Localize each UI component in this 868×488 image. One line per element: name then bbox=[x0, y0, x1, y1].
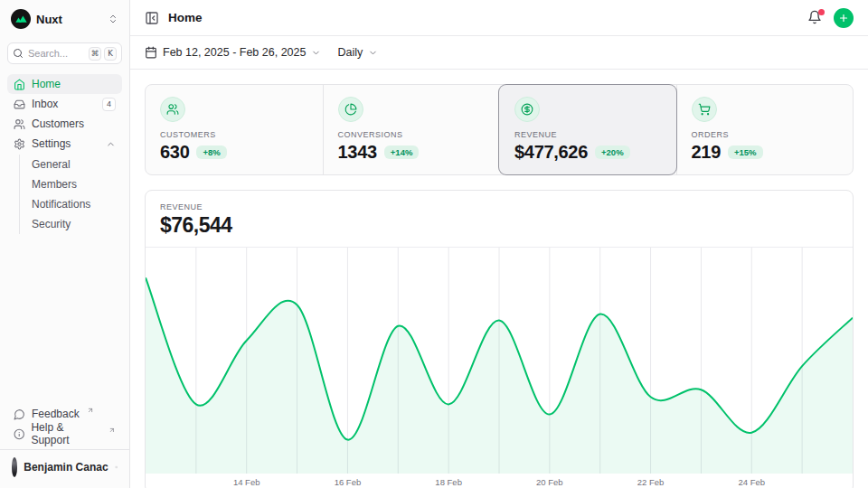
stat-icon-chip bbox=[692, 97, 717, 122]
stat-delta-badge: +20% bbox=[595, 145, 630, 159]
home-icon bbox=[14, 79, 25, 90]
interval-value: Daily bbox=[337, 46, 363, 59]
add-button[interactable] bbox=[834, 8, 854, 28]
search-icon bbox=[13, 48, 24, 59]
sidebar-item-notifications[interactable]: Notifications bbox=[29, 194, 122, 214]
sidebar-item-customers[interactable]: Customers bbox=[7, 114, 122, 134]
sidebar-item-home[interactable]: Home bbox=[7, 74, 122, 94]
filter-toolbar: Feb 12, 2025 - Feb 26, 2025 Daily bbox=[130, 36, 868, 70]
stat-delta-badge: +14% bbox=[384, 145, 420, 159]
sidebar-nav: Home Inbox 4 Customers Settings General … bbox=[7, 74, 122, 235]
stat-value: $477,626 bbox=[514, 142, 588, 163]
info-icon bbox=[14, 428, 24, 440]
workspace-switcher[interactable]: Nuxt bbox=[7, 7, 122, 31]
page-title: Home bbox=[168, 11, 203, 24]
sidebar-item-label: Customers bbox=[32, 117, 84, 130]
arrow-up-right-icon bbox=[87, 407, 94, 414]
help-support-link[interactable]: Help & Support bbox=[7, 424, 122, 444]
settings-sub-nav: General Members Notifications Security bbox=[19, 155, 122, 234]
stat-icon-chip bbox=[514, 97, 540, 122]
stat-card-revenue[interactable]: REVENUE $477,626 +20% bbox=[499, 85, 676, 174]
search-shortcut: ⌘ K bbox=[89, 47, 117, 61]
stat-label: CONVERSIONS bbox=[338, 130, 486, 139]
notifications-button[interactable] bbox=[807, 10, 823, 25]
notification-dot bbox=[818, 9, 825, 15]
sidebar-item-members[interactable]: Members bbox=[29, 174, 122, 194]
search-input-wrapper[interactable]: ⌘ K bbox=[7, 42, 122, 64]
stat-delta-badge: +15% bbox=[728, 145, 763, 159]
stat-card-conversions[interactable]: CONVERSIONS 1343 +14% bbox=[323, 85, 500, 174]
stat-label: ORDERS bbox=[692, 130, 839, 139]
stat-card-orders[interactable]: ORDERS 219 +15% bbox=[676, 85, 854, 174]
shopping-cart-icon bbox=[698, 103, 711, 116]
x-axis-tick: 18 Feb bbox=[435, 477, 462, 487]
stat-icon-chip bbox=[160, 97, 185, 122]
arrow-up-right-icon bbox=[108, 427, 116, 434]
stat-value: 219 bbox=[692, 142, 721, 163]
sidebar-item-security[interactable]: Security bbox=[29, 214, 122, 234]
sidebar-item-label: Settings bbox=[32, 137, 71, 150]
main-area: Home Feb 12, 2025 - Feb 26, 2025 Daily bbox=[130, 0, 868, 488]
chart-metric-label: REVENUE bbox=[160, 202, 838, 211]
circle-dollar-icon bbox=[521, 103, 533, 116]
stat-value: 1343 bbox=[338, 142, 377, 163]
x-axis-tick: 22 Feb bbox=[637, 477, 665, 487]
footer-link-label: Help & Support bbox=[31, 421, 101, 446]
x-axis-tick: 16 Feb bbox=[335, 477, 362, 487]
sidebar: Nuxt ⌘ K Home Inbox 4 Customers Settings bbox=[0, 0, 130, 488]
top-bar: Home bbox=[130, 0, 868, 36]
revenue-chart-plot[interactable] bbox=[146, 248, 853, 474]
collapse-sidebar-icon[interactable] bbox=[145, 11, 159, 25]
kbd-meta: ⌘ bbox=[89, 47, 101, 61]
chart-header: REVENUE $76,544 bbox=[146, 191, 853, 248]
users-icon bbox=[166, 103, 179, 116]
stat-label: CUSTOMERS bbox=[160, 130, 308, 139]
user-name: Benjamin Canac bbox=[24, 461, 108, 474]
stat-label: REVENUE bbox=[514, 130, 662, 139]
stat-card-customers[interactable]: CUSTOMERS 630 +8% bbox=[146, 85, 323, 174]
chart-metric-value: $76,544 bbox=[160, 213, 838, 238]
top-bar-actions bbox=[807, 8, 854, 28]
revenue-chart-svg bbox=[146, 248, 853, 474]
chart-x-axis: 14 Feb16 Feb18 Feb20 Feb22 Feb24 Feb bbox=[146, 474, 853, 488]
interval-select[interactable]: Daily bbox=[337, 46, 378, 59]
search-input[interactable] bbox=[28, 48, 75, 59]
stat-delta-badge: +8% bbox=[196, 145, 226, 159]
x-axis-tick: 14 Feb bbox=[233, 477, 260, 487]
stat-value: 630 bbox=[160, 142, 189, 163]
gear-icon bbox=[14, 138, 25, 150]
sidebar-item-inbox[interactable]: Inbox 4 bbox=[7, 94, 122, 114]
sidebar-item-label: Inbox bbox=[32, 98, 58, 110]
calendar-icon bbox=[145, 46, 157, 59]
sidebar-item-label: Home bbox=[32, 78, 61, 90]
sidebar-item-settings[interactable]: Settings bbox=[7, 134, 122, 154]
stats-row: CUSTOMERS 630 +8% CONVERSIONS 1343 +14% bbox=[145, 84, 854, 175]
footer-link-label: Feedback bbox=[32, 408, 80, 420]
user-menu[interactable]: Benjamin Canac bbox=[7, 450, 122, 481]
revenue-chart-card: REVENUE $76,544 14 Feb16 Feb18 Feb20 Feb… bbox=[145, 190, 854, 488]
chevrons-up-down-icon bbox=[108, 14, 118, 24]
kbd-k: K bbox=[104, 47, 117, 61]
chevron-up-icon bbox=[106, 139, 116, 149]
sidebar-footer: Feedback Help & Support Benjamin Canac bbox=[7, 404, 122, 481]
user-avatar bbox=[12, 457, 17, 477]
chart-pie-icon bbox=[344, 103, 357, 116]
workspace-name: Nuxt bbox=[36, 13, 102, 26]
message-circle-icon bbox=[14, 408, 25, 420]
inbox-count-badge: 4 bbox=[102, 98, 116, 111]
stat-icon-chip bbox=[338, 97, 363, 122]
sidebar-item-general[interactable]: General bbox=[29, 155, 122, 174]
x-axis-tick: 20 Feb bbox=[536, 477, 563, 487]
chevron-down-icon bbox=[311, 48, 321, 58]
chevrons-up-down-icon bbox=[115, 462, 118, 473]
plus-icon bbox=[838, 13, 849, 23]
x-axis-tick: 24 Feb bbox=[738, 477, 765, 487]
dashboard-content: CUSTOMERS 630 +8% CONVERSIONS 1343 +14% bbox=[130, 70, 868, 488]
date-range-value: Feb 12, 2025 - Feb 26, 2025 bbox=[163, 46, 306, 59]
nuxt-logo-icon bbox=[11, 9, 31, 29]
chevron-down-icon bbox=[368, 48, 378, 58]
users-icon bbox=[14, 118, 25, 130]
inbox-icon bbox=[14, 99, 25, 110]
date-range-picker[interactable]: Feb 12, 2025 - Feb 26, 2025 bbox=[145, 46, 321, 59]
